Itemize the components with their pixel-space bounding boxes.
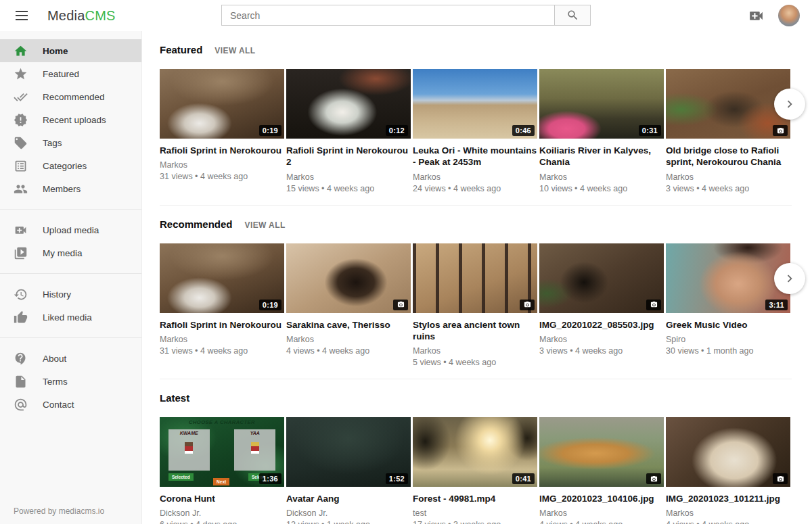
double-check-icon: [14, 90, 28, 104]
game-character-panel: [234, 429, 275, 471]
media-meta: 4 views • 4 weeks ago: [666, 520, 790, 524]
media-author[interactable]: Markos: [286, 172, 411, 182]
media-meta: 15 views • 4 weeks ago: [286, 184, 411, 193]
sidebar-item-liked-media[interactable]: Liked media: [0, 306, 141, 329]
media-author[interactable]: Markos: [413, 172, 537, 182]
video-thumbnail[interactable]: 0:19: [160, 243, 284, 313]
media-card[interactable]: IMG_20201023_101211.jpg Markos 4 views •…: [666, 417, 790, 524]
media-card[interactable]: 0:41 Forest - 49981.mp4 test 17 views • …: [413, 417, 537, 524]
media-title[interactable]: Avatar Aang: [286, 493, 411, 504]
media-title[interactable]: Old bridge close to Rafioli sprint, Nero…: [666, 145, 790, 168]
media-author[interactable]: Spiro: [666, 335, 790, 344]
sidebar-item-recommended[interactable]: Recommended: [0, 85, 141, 108]
media-title[interactable]: Corona Hunt: [160, 493, 284, 504]
video-thumbnail[interactable]: 3:11: [666, 243, 790, 313]
sidebar-item-label: Recent uploads: [43, 115, 106, 125]
duration-badge: 0:19: [259, 125, 281, 136]
powered-by-text[interactable]: Powered by mediacms.io: [14, 506, 104, 516]
search-input[interactable]: [221, 5, 554, 26]
media-author[interactable]: Dickson Jr.: [160, 508, 284, 518]
sidebar-item-tags[interactable]: Tags: [0, 131, 141, 154]
sidebar-item-history[interactable]: History: [0, 283, 141, 306]
image-thumbnail[interactable]: [666, 417, 790, 487]
media-card[interactable]: 0:19 Rafioli Sprint in Nerokourou Markos…: [160, 243, 284, 368]
sidebar-item-home[interactable]: Home: [0, 39, 141, 62]
media-author[interactable]: Markos: [666, 508, 790, 518]
video-thumbnail[interactable]: 1:52: [286, 417, 411, 487]
upload-media-header-button[interactable]: [748, 7, 765, 24]
media-author[interactable]: Markos: [160, 335, 284, 344]
image-thumbnail[interactable]: [666, 69, 790, 139]
sidebar-item-label: Recommended: [43, 92, 105, 102]
sidebar-item-label: Terms: [43, 377, 68, 387]
media-author[interactable]: Markos: [666, 172, 790, 182]
media-author[interactable]: Markos: [539, 508, 664, 518]
sidebar-item-my-media[interactable]: My media: [0, 241, 141, 264]
app-logo[interactable]: MediaCMS: [47, 8, 116, 24]
duration-badge: 3:11: [765, 300, 788, 310]
video-thumbnail[interactable]: CHOOSE A CHARACTER KWAME YAA Selected Ne…: [160, 417, 284, 487]
video-thumbnail[interactable]: 0:31: [539, 69, 664, 139]
media-author[interactable]: test: [413, 508, 537, 518]
media-card[interactable]: 0:31 Koiliaris River in Kalyves, Chania …: [539, 69, 664, 193]
media-author[interactable]: Markos: [539, 335, 664, 344]
media-card[interactable]: IMG_20201023_104106.jpg Markos 4 views •…: [539, 417, 664, 524]
media-title[interactable]: Rafioli Sprint in Nerokourou: [160, 319, 284, 331]
media-card[interactable]: 0:12 Rafioli Sprint in Nerokourou 2 Mark…: [286, 69, 411, 193]
media-card[interactable]: 3:11 Greek Music Video Spiro 30 views • …: [666, 243, 790, 368]
image-thumbnail[interactable]: [539, 417, 664, 487]
media-card[interactable]: Sarakina cave, Therisso Markos 4 views •…: [286, 243, 411, 368]
media-card[interactable]: CHOOSE A CHARACTER KWAME YAA Selected Ne…: [160, 417, 284, 524]
media-title[interactable]: IMG_20201023_104106.jpg: [539, 493, 664, 504]
image-thumbnail[interactable]: [413, 243, 537, 313]
video-thumbnail[interactable]: 0:41: [413, 417, 537, 487]
media-card[interactable]: 0:19 Rafioli Sprint in Nerokourou Markos…: [160, 69, 284, 193]
video-thumbnail[interactable]: 0:46: [413, 69, 537, 139]
camera-icon: [646, 473, 661, 484]
view-all-link[interactable]: VIEW ALL: [245, 220, 286, 230]
carousel-next-button[interactable]: [774, 89, 805, 120]
media-card[interactable]: Stylos area ancient town ruins Markos 5 …: [413, 243, 537, 368]
media-author[interactable]: Markos: [539, 172, 664, 182]
view-all-link[interactable]: VIEW ALL: [215, 46, 255, 55]
document-icon: [14, 375, 28, 389]
search-button[interactable]: [554, 5, 591, 26]
media-title[interactable]: IMG_20201023_101211.jpg: [666, 493, 790, 504]
section-title: Featured: [160, 44, 202, 55]
sidebar-item-about[interactable]: About: [0, 347, 141, 370]
media-card[interactable]: 1:52 Avatar Aang Dickson Jr. 12 views • …: [286, 417, 411, 524]
media-meta: 24 views • 4 weeks ago: [413, 184, 537, 193]
sidebar-item-categories[interactable]: Categories: [0, 154, 141, 177]
media-card[interactable]: 0:46 Leuka Ori - White mountains - Peak …: [413, 69, 537, 193]
categories-icon: [14, 159, 28, 173]
video-thumbnail[interactable]: 0:19: [160, 69, 284, 139]
sidebar-item-recent-uploads[interactable]: Recent uploads: [0, 108, 141, 131]
sidebar-item-contact[interactable]: Contact: [0, 393, 141, 416]
media-author[interactable]: Dickson Jr.: [286, 508, 411, 518]
sidebar-item-upload-media[interactable]: Upload media: [0, 218, 141, 241]
media-title[interactable]: Leuka Ori - White mountains - Peak at 24…: [413, 145, 537, 168]
user-avatar[interactable]: [778, 5, 800, 26]
media-card[interactable]: Old bridge close to Rafioli sprint, Nero…: [666, 69, 790, 193]
sidebar-item-members[interactable]: Members: [0, 177, 141, 200]
video-thumbnail[interactable]: 0:12: [286, 69, 411, 139]
sidebar-item-featured[interactable]: Featured: [0, 62, 141, 85]
upload-media-icon: [14, 223, 28, 237]
media-title[interactable]: Stylos area ancient town ruins: [413, 319, 537, 343]
media-author[interactable]: Markos: [286, 335, 411, 344]
media-card[interactable]: IMG_20201022_085503.jpg Markos 3 views •…: [539, 243, 664, 368]
hamburger-menu-icon[interactable]: [8, 2, 35, 29]
media-title[interactable]: Rafioli Sprint in Nerokourou: [160, 145, 284, 156]
media-title[interactable]: IMG_20201022_085503.jpg: [539, 319, 664, 331]
media-title[interactable]: Greek Music Video: [666, 319, 790, 331]
image-thumbnail[interactable]: [286, 243, 411, 313]
media-title[interactable]: Rafioli Sprint in Nerokourou 2: [286, 145, 411, 168]
media-title[interactable]: Forest - 49981.mp4: [413, 493, 537, 504]
carousel-next-button[interactable]: [774, 263, 805, 294]
media-title[interactable]: Koiliaris River in Kalyves, Chania: [539, 145, 664, 168]
media-title[interactable]: Sarakina cave, Therisso: [286, 319, 411, 331]
media-author[interactable]: Markos: [160, 160, 284, 170]
sidebar-item-terms[interactable]: Terms: [0, 370, 141, 393]
media-author[interactable]: Markos: [413, 346, 537, 356]
image-thumbnail[interactable]: [539, 243, 664, 313]
